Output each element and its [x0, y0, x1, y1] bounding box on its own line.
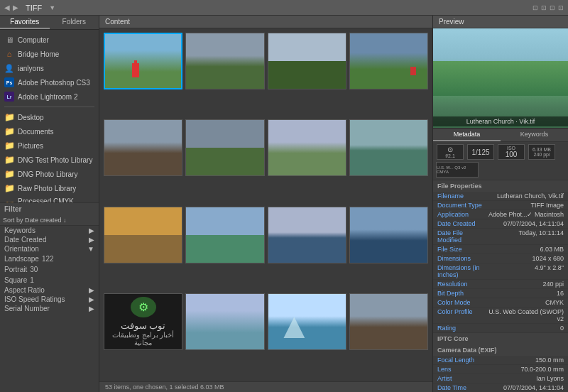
- exif-shutter: 1/125: [466, 144, 495, 160]
- meta-key-color-profile: Color Profile: [437, 308, 488, 322]
- meta-val-bit-depth: 16: [488, 290, 564, 297]
- filter-square[interactable]: Square 1: [0, 275, 99, 285]
- meta-row-dimensions: Dimensions 1024 x 680: [433, 254, 568, 263]
- filter-iso[interactable]: ISO Speed Ratings ▶: [0, 295, 99, 304]
- sidebar-item-ianlyons[interactable]: 👤 ianlyons: [0, 61, 99, 75]
- sidebar-item-dng-test[interactable]: 📁 DNG Test Photo Library: [0, 153, 99, 167]
- filter-keywords[interactable]: Keywords ▶: [0, 226, 99, 235]
- exif-aperture: ⊙ f/2.1: [436, 144, 464, 160]
- sidebar-item-photoshop[interactable]: Ps Adobe Photoshop CS3: [0, 75, 99, 89]
- exif-iso-box: ISO 100: [498, 144, 525, 160]
- filter-serial[interactable]: Serial Number ▶: [0, 304, 99, 313]
- sidebar-label-lightroom: Adobe Lightroom 2: [18, 93, 78, 101]
- sidebar-item-computer[interactable]: 🖥 Computer: [0, 33, 99, 47]
- meta-key-app: Application: [437, 211, 488, 218]
- content-header: Content: [99, 16, 432, 28]
- folder-icon-documents: 📁: [4, 126, 14, 136]
- thumbnail-iceberg[interactable]: [268, 293, 346, 350]
- tab-folders[interactable]: Folders: [50, 16, 99, 29]
- tab-favorites[interactable]: Favorites: [0, 16, 50, 29]
- meta-val-dimensions: 1024 x 680: [488, 255, 564, 262]
- tab-metadata[interactable]: Metadata: [433, 129, 501, 141]
- sidebar-item-lightroom[interactable]: Lr Adobe Lightroom 2: [0, 89, 99, 104]
- meta-row-lens: Lens 70.0-200.0 mm: [433, 365, 568, 374]
- thumbnail-waterfall[interactable]: [185, 293, 264, 350]
- thumbnail-7[interactable]: [268, 119, 346, 176]
- thumbnail-11[interactable]: [268, 207, 346, 263]
- tab-keywords[interactable]: Keywords: [501, 129, 568, 141]
- filter-portrait-count: 30: [30, 266, 38, 273]
- meta-key-filesize: File Size: [437, 246, 488, 253]
- filter-orientation[interactable]: Orientation ▼: [0, 244, 99, 254]
- sidebar-label-photoshop: Adobe Photoshop CS3: [18, 79, 90, 87]
- thumbnail-9[interactable]: [104, 207, 182, 263]
- filter-aspect[interactable]: Aspect Ratio ▶: [0, 285, 99, 295]
- sidebar-item-pictures[interactable]: 📁 Pictures: [0, 138, 99, 153]
- iptc-header: IPTC Core: [433, 333, 568, 344]
- exif-aperture-icon: ⊙: [447, 146, 453, 153]
- thumbnail-12[interactable]: [349, 207, 428, 263]
- meta-val-filesize: 6.03 MB: [488, 246, 564, 253]
- footer-text: 53 items, one chosen, 1 selected 6.03 MB: [105, 383, 224, 391]
- exif-ppi-val: 240 ppi: [534, 152, 550, 157]
- meta-key-focal: Focal Length: [437, 356, 488, 364]
- chevron-icon-orientation: ▼: [87, 245, 94, 253]
- filter-date-label: Date Created: [4, 236, 46, 244]
- promo-title: توب سوفت: [121, 320, 166, 331]
- meta-row-filename: Filename Lutheran Church, Vik.tif: [433, 192, 568, 201]
- sidebar-item-cmyk[interactable]: 📁 Processed CMYK Images: [0, 195, 99, 202]
- content-area: Content ⚙: [99, 16, 433, 392]
- sidebar-item-raw-photo[interactable]: 📁 Raw Photo Library: [0, 181, 99, 195]
- exif-iso: ISO 100: [497, 144, 525, 160]
- folder-icon-pictures: 📁: [4, 141, 14, 151]
- metadata-section: Metadata Keywords ⊙ f/2.1 1/125: [433, 129, 568, 392]
- sidebar: Favorites Folders 🖥 Computer ⌂ Bridge Ho…: [0, 16, 99, 392]
- sidebar-item-dng-photo[interactable]: 📁 DNG Photo Library: [0, 167, 99, 181]
- meta-key-artist: Artist: [437, 375, 488, 382]
- exif-iso-label: ISO: [507, 146, 515, 151]
- meta-row-doctype: Document Type TIFF Image: [433, 201, 568, 210]
- chevron-icon-serial: ▶: [89, 305, 94, 312]
- bridge-icon: ⌂: [4, 49, 14, 59]
- meta-val-artist: Ian Lyons: [488, 375, 564, 382]
- sidebar-item-desktop[interactable]: 📁 Desktop: [0, 110, 99, 124]
- nav-forward-icon[interactable]: ▶: [13, 4, 18, 11]
- thumbnail-5[interactable]: [104, 119, 182, 176]
- preview-header: Preview: [433, 16, 568, 28]
- filter-portrait[interactable]: Portrait 30: [0, 264, 99, 275]
- thumbnail-4[interactable]: [349, 33, 428, 89]
- exif-profile-val: U.S. W... Q3 v2 CMYA: [437, 165, 478, 174]
- thumbnail-3[interactable]: [268, 33, 346, 89]
- title-bar-left: ◀ ▶ TIFF ▼: [4, 4, 55, 12]
- filter-date-created[interactable]: Date Created ▶: [0, 235, 99, 244]
- thumbnail-1[interactable]: [104, 33, 182, 89]
- sort-bar[interactable]: Sort by Date created ↓: [0, 215, 99, 226]
- meta-val-color-mode: CMYK: [488, 299, 564, 306]
- meta-val-lens: 70.0-200.0 mm: [488, 366, 564, 373]
- meta-key-rating: Rating: [437, 325, 488, 332]
- filter-landscape[interactable]: Landscape 122: [0, 254, 99, 264]
- thumbnail-16[interactable]: [349, 293, 428, 350]
- file-properties-header: File Properties: [433, 180, 568, 192]
- filter-keywords-label: Keywords: [4, 227, 36, 234]
- preview-church-bg: [433, 28, 568, 128]
- sidebar-separator: [4, 107, 94, 107]
- folder-icon-dng-test: 📁: [4, 155, 14, 165]
- thumbnail-2[interactable]: [185, 33, 264, 89]
- thumbnail-10[interactable]: [185, 207, 264, 263]
- sidebar-item-bridge-home[interactable]: ⌂ Bridge Home: [0, 47, 99, 61]
- thumbnail-promo[interactable]: ⚙ توب سوفت أخبار برامج وتطبيقات مجانية: [104, 293, 182, 350]
- meta-key-resolution: Resolution: [437, 281, 488, 288]
- thumbnail-6[interactable]: [185, 119, 264, 176]
- sidebar-item-documents[interactable]: 📁 Documents: [0, 124, 99, 138]
- meta-row-color-profile: Color Profile U.S. Web Coated (SWOP) v2: [433, 307, 568, 324]
- nav-back-icon[interactable]: ◀: [4, 4, 10, 11]
- meta-key-dimensions-in: Dimensions (in Inches): [437, 264, 488, 278]
- content-header-label: Content: [105, 18, 130, 26]
- exif-aperture-val: f/2.1: [445, 153, 455, 158]
- sidebar-label-raw-photo: Raw Photo Library: [18, 185, 76, 192]
- preview-section: Preview Lutheran Church · Vik.tif: [433, 16, 568, 129]
- filter-serial-label: Serial Number: [4, 305, 50, 312]
- filter-square-label: Square: [4, 276, 27, 284]
- thumbnail-8[interactable]: [349, 119, 428, 176]
